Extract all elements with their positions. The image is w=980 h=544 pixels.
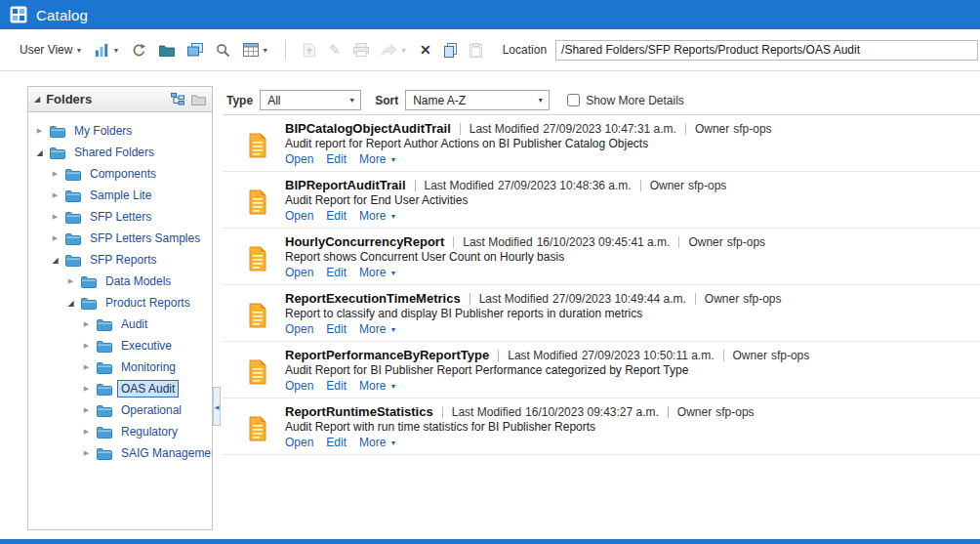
upload-icon bbox=[303, 43, 316, 58]
panel-splitter[interactable]: ◀ bbox=[213, 86, 223, 538]
edit-pencil-icon: ✎ bbox=[329, 43, 341, 57]
tree-item-saig-management[interactable]: ▶ SAIG Management bbox=[30, 442, 210, 464]
chevron-down-icon: ▼ bbox=[348, 97, 355, 104]
tree-item-audit[interactable]: ▶ Audit bbox=[30, 314, 210, 335]
meta-separator bbox=[695, 293, 696, 305]
type-filter-label: Type bbox=[226, 94, 253, 107]
more-link-label: More bbox=[359, 436, 386, 449]
report-details: HourlyConcurrencyReport Last Modified 16… bbox=[285, 234, 765, 279]
more-dropdown[interactable]: More ▼ bbox=[359, 152, 396, 166]
more-dropdown[interactable]: More ▼ bbox=[359, 322, 396, 336]
folder-icon bbox=[97, 318, 112, 331]
tree-twisty-icon[interactable]: ▶ bbox=[65, 277, 76, 285]
tree-item-data-models[interactable]: ▶ Data Models bbox=[30, 271, 210, 292]
tree-item-regulatory[interactable]: ▶ Regulatory bbox=[30, 421, 210, 442]
more-link-label: More bbox=[359, 322, 386, 336]
meta-separator bbox=[668, 406, 669, 418]
tree-twisty-icon[interactable]: ▶ bbox=[81, 406, 92, 414]
tree-item-sample-lite[interactable]: ▶ Sample Lite bbox=[30, 185, 210, 206]
tree-twisty-icon[interactable]: ◢ bbox=[34, 148, 45, 157]
edit-link[interactable]: Edit bbox=[326, 322, 347, 336]
page-title: Catalog bbox=[36, 7, 88, 23]
report-owner-value: sfp-ops bbox=[771, 349, 809, 362]
report-name: ReportRuntimeStatistics bbox=[285, 404, 433, 419]
location-label: Location bbox=[503, 43, 547, 57]
tree-twisty-icon[interactable]: ▶ bbox=[34, 127, 45, 135]
open-link[interactable]: Open bbox=[285, 266, 313, 279]
tree-twisty-icon[interactable]: ▶ bbox=[81, 449, 92, 457]
tree-item-product-reports[interactable]: ◢ Product Reports bbox=[30, 292, 210, 314]
tree-item-sfp-letters[interactable]: ▶ SFP Letters bbox=[30, 206, 210, 228]
show-more-details-checkbox[interactable] bbox=[567, 94, 580, 106]
edit-link[interactable]: Edit bbox=[326, 266, 347, 279]
tree-twisty-icon[interactable]: ▶ bbox=[81, 320, 92, 328]
report-actions: Open Edit More ▼ bbox=[285, 322, 782, 336]
tree-item-sfp-reports[interactable]: ◢ SFP Reports bbox=[30, 249, 210, 271]
open-link[interactable]: Open bbox=[285, 209, 313, 223]
refresh-button[interactable] bbox=[130, 41, 148, 60]
report-row: ReportPerformanceByReportType Last Modif… bbox=[223, 342, 980, 398]
tree-twisty-icon[interactable]: ▶ bbox=[50, 234, 61, 242]
catalog-toolbar: User View ▼ ▼ bbox=[0, 29, 980, 71]
tree-item-monitoring[interactable]: ▶ Monitoring bbox=[30, 356, 210, 378]
tree-twisty-icon[interactable]: ▶ bbox=[81, 428, 92, 436]
delete-button[interactable]: ✕ bbox=[418, 40, 433, 60]
tree-item-operational[interactable]: ▶ Operational bbox=[30, 399, 210, 421]
more-dropdown[interactable]: More ▼ bbox=[359, 436, 396, 449]
more-dropdown[interactable]: More ▼ bbox=[359, 209, 396, 223]
tree-item-oas-audit[interactable]: ▶ OAS Audit bbox=[30, 378, 210, 399]
print-button[interactable] bbox=[351, 41, 371, 59]
location-input[interactable] bbox=[555, 40, 978, 61]
report-row: ReportExecutionTimeMetrics Last Modified… bbox=[223, 285, 980, 342]
collapse-tree-icon[interactable] bbox=[171, 93, 184, 105]
open-link[interactable]: Open bbox=[285, 152, 313, 166]
tree-twisty-icon[interactable]: ▶ bbox=[50, 170, 61, 178]
splitter-collapse-handle[interactable]: ◀ bbox=[213, 387, 221, 426]
tree-twisty-icon[interactable]: ◢ bbox=[65, 299, 76, 308]
edit-link[interactable]: Edit bbox=[326, 209, 347, 223]
tree-twisty-icon[interactable]: ◢ bbox=[50, 256, 61, 265]
panel-disclosure-icon[interactable]: ◢ bbox=[34, 95, 40, 104]
type-filter-select[interactable]: All ▼ bbox=[260, 90, 361, 110]
meta-separator bbox=[640, 180, 641, 191]
report-meta-line: BIPCatalogObjectAuditTrail Last Modified… bbox=[285, 121, 772, 136]
upload-button[interactable] bbox=[301, 41, 318, 60]
open-link[interactable]: Open bbox=[285, 322, 313, 336]
edit-button[interactable]: ✎ bbox=[327, 41, 343, 59]
folder-action-icon[interactable] bbox=[191, 94, 206, 105]
search-button[interactable] bbox=[214, 41, 232, 60]
show-more-details-label: Show More Details bbox=[586, 94, 684, 107]
edit-link[interactable]: Edit bbox=[326, 152, 347, 166]
tree-item-shared-folders[interactable]: ◢ Shared Folders bbox=[30, 142, 210, 163]
table-view-button[interactable]: ▼ bbox=[241, 41, 270, 59]
folder-icon bbox=[81, 297, 97, 310]
paste-button[interactable] bbox=[468, 41, 484, 60]
share-button[interactable]: ▼ bbox=[380, 42, 409, 58]
user-view-dropdown[interactable]: User View ▼ bbox=[18, 41, 84, 59]
tree-twisty-icon[interactable]: ▶ bbox=[81, 385, 92, 393]
bottom-bar bbox=[0, 539, 980, 544]
report-details: ReportPerformanceByReportType Last Modif… bbox=[285, 348, 809, 393]
tree-item-sfp-letters-samples[interactable]: ▶ SFP Letters Samples bbox=[30, 228, 210, 249]
copy-button[interactable] bbox=[442, 41, 459, 60]
report-last-modified-value: 27/09/2023 10:50:11 a.m. bbox=[582, 349, 715, 362]
more-dropdown[interactable]: More ▼ bbox=[359, 266, 396, 279]
tree-item-executive[interactable]: ▶ Executive bbox=[30, 335, 210, 356]
chart-view-button[interactable]: ▼ bbox=[93, 41, 121, 60]
edit-link[interactable]: Edit bbox=[326, 379, 347, 393]
copy-folder-button[interactable] bbox=[185, 41, 205, 59]
edit-link[interactable]: Edit bbox=[326, 436, 347, 449]
tree-twisty-icon[interactable]: ▶ bbox=[50, 213, 61, 221]
tree-item-my-folders[interactable]: ▶ My Folders bbox=[30, 120, 210, 142]
tree-twisty-icon[interactable]: ▶ bbox=[50, 191, 61, 199]
more-dropdown[interactable]: More ▼ bbox=[359, 379, 396, 393]
open-link[interactable]: Open bbox=[285, 379, 313, 393]
tree-twisty-icon[interactable]: ▶ bbox=[81, 342, 92, 350]
user-view-label: User View bbox=[20, 43, 72, 57]
tree-item-components[interactable]: ▶ Components bbox=[30, 163, 210, 185]
sort-filter-select[interactable]: Name A-Z ▼ bbox=[405, 90, 550, 110]
tree-twisty-icon[interactable]: ▶ bbox=[81, 363, 92, 371]
open-link[interactable]: Open bbox=[285, 436, 313, 449]
new-folder-button[interactable] bbox=[157, 42, 177, 59]
folder-icon bbox=[50, 125, 65, 138]
